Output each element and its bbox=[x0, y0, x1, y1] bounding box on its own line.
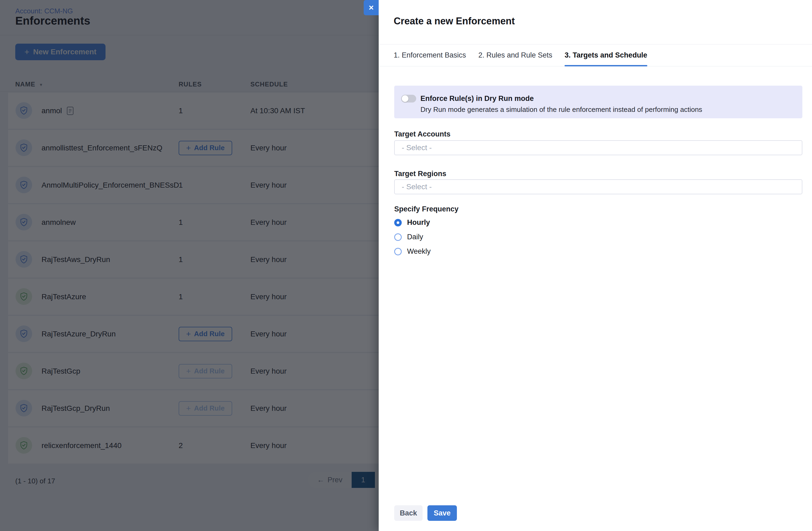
radio-label: Hourly bbox=[407, 218, 430, 227]
tab-3[interactable]: 3. Targets and Schedule bbox=[565, 44, 647, 66]
radio-icon[interactable] bbox=[394, 248, 402, 255]
radio-icon[interactable] bbox=[394, 219, 402, 226]
target-regions-label: Target Regions bbox=[394, 170, 447, 178]
dry-run-toggle[interactable] bbox=[401, 95, 416, 103]
frequency-radio-daily[interactable]: Daily bbox=[394, 233, 423, 241]
create-enforcement-drawer: × Create a new Enforcement 1. Enforcemen… bbox=[379, 0, 812, 531]
target-accounts-label: Target Accounts bbox=[394, 130, 450, 138]
toggle-knob-icon bbox=[402, 95, 408, 102]
specify-frequency-label: Specify Frequency bbox=[394, 205, 459, 213]
target-accounts-select[interactable]: - Select - bbox=[394, 140, 802, 155]
tab-1[interactable]: 1. Enforcement Basics bbox=[394, 44, 466, 66]
drawer-title: Create a new Enforcement bbox=[394, 16, 515, 27]
dry-run-banner: Enforce Rule(s) in Dry Run mode Dry Run … bbox=[394, 86, 802, 118]
close-icon[interactable]: × bbox=[364, 0, 379, 15]
tab-2[interactable]: 2. Rules and Rule Sets bbox=[478, 44, 552, 66]
radio-icon[interactable] bbox=[394, 233, 402, 241]
frequency-radio-weekly[interactable]: Weekly bbox=[394, 247, 431, 255]
radio-label: Weekly bbox=[407, 247, 431, 255]
target-regions-placeholder: - Select - bbox=[402, 182, 432, 191]
back-button[interactable]: Back bbox=[394, 505, 423, 521]
radio-label: Daily bbox=[407, 233, 423, 241]
target-regions-select[interactable]: - Select - bbox=[394, 179, 802, 194]
dry-run-title: Enforce Rule(s) in Dry Run mode bbox=[420, 94, 534, 103]
target-accounts-placeholder: - Select - bbox=[402, 144, 432, 152]
wizard-tabs: 1. Enforcement Basics2. Rules and Rule S… bbox=[379, 44, 812, 67]
save-button[interactable]: Save bbox=[427, 505, 457, 521]
dry-run-description: Dry Run mode generates a simulation of t… bbox=[420, 105, 702, 114]
frequency-radio-hourly[interactable]: Hourly bbox=[394, 218, 430, 227]
